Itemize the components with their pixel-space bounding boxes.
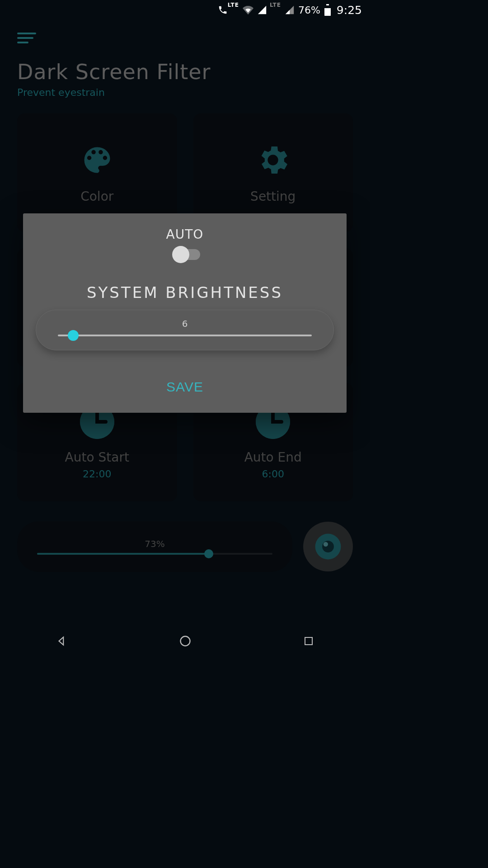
svg-rect-9 <box>305 637 312 645</box>
battery-icon <box>324 4 331 16</box>
svg-point-7 <box>324 542 328 547</box>
card-color-label: Color <box>80 189 113 204</box>
gear-icon <box>255 142 291 178</box>
eye-fab[interactable] <box>303 522 353 571</box>
nav-recent-button[interactable] <box>301 634 316 648</box>
call-over-lte-icon <box>218 5 228 15</box>
status-bar: LTE LTE 76% 9:25 <box>0 0 370 20</box>
page-subtitle: Prevent eyestrain <box>17 87 353 98</box>
nav-home-button[interactable] <box>178 634 192 648</box>
svg-point-6 <box>322 541 334 552</box>
brightness-value: 6 <box>58 318 312 329</box>
brightness-dialog: AUTO SYSTEM BRIGHTNESS 6 SAVE <box>23 213 347 413</box>
signal-2-icon <box>285 5 295 15</box>
brightness-slider[interactable]: 6 <box>36 310 334 350</box>
intensity-value: 73% <box>37 538 272 549</box>
save-button[interactable]: SAVE <box>166 379 203 395</box>
palette-icon <box>79 142 115 178</box>
lte-label-1: LTE <box>228 2 239 8</box>
page-title: Dark Screen Filter <box>17 60 353 84</box>
intensity-slider[interactable]: 73% <box>17 521 292 572</box>
wifi-icon <box>243 5 253 15</box>
card-setting-label: Setting <box>250 189 296 204</box>
menu-icon[interactable] <box>17 33 36 43</box>
card-auto-end-label: Auto End <box>244 450 302 465</box>
card-auto-start-time: 22:00 <box>83 468 111 480</box>
bottom-controls: 73% <box>17 521 353 572</box>
android-nav-bar <box>0 624 370 658</box>
battery-percent: 76% <box>298 5 320 16</box>
dialog-heading: SYSTEM BRIGHTNESS <box>87 283 283 302</box>
card-auto-start-label: Auto Start <box>65 450 129 465</box>
svg-point-8 <box>180 637 190 646</box>
nav-back-button[interactable] <box>55 634 69 648</box>
auto-label: AUTO <box>166 227 204 242</box>
auto-toggle[interactable] <box>174 249 200 260</box>
svg-point-5 <box>315 534 341 560</box>
signal-1-icon <box>257 5 267 15</box>
eye-icon <box>314 533 342 561</box>
toggle-knob <box>172 246 189 263</box>
card-auto-end-time: 6:00 <box>262 468 284 480</box>
lte-label-2: LTE <box>270 2 281 8</box>
svg-rect-0 <box>326 4 329 5</box>
svg-rect-2 <box>324 5 331 8</box>
status-time: 9:25 <box>337 4 362 17</box>
